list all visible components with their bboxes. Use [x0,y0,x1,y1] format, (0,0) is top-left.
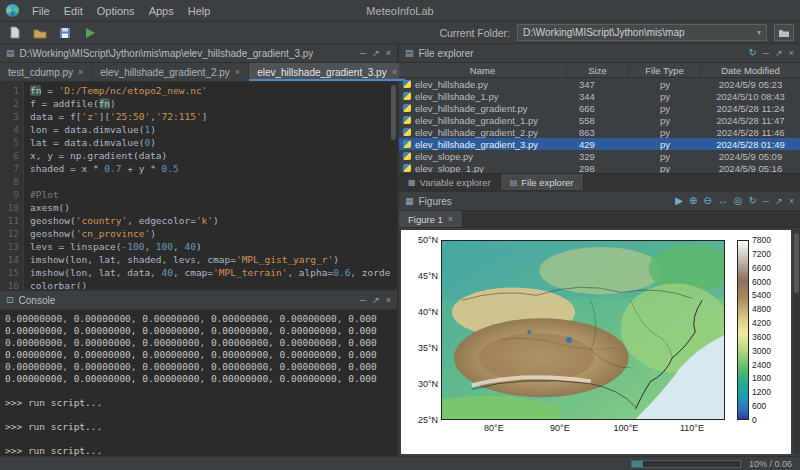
figure-canvas[interactable]: 80°E90°E100°E110°E50°N45°N40°N35°N30°N25… [399,228,800,456]
float-icon[interactable]: ↗ [372,296,380,305]
table-row[interactable]: elev_slope_1.py298py2024/5/9 05:16 [399,162,800,173]
file-size: 347 [567,79,629,90]
memory-progress-fill [632,461,643,467]
file-type: py [629,115,701,126]
new-file-icon[interactable] [6,24,24,42]
minimize-icon[interactable]: ─ [360,49,366,58]
console-line [5,409,387,421]
close-icon[interactable]: × [789,197,794,206]
variable-tab-icon: ▦ [408,178,416,187]
file-name: elev_hillshade_gradient_1.py [415,115,538,126]
current-folder-combobox[interactable]: D:\Working\MIScript\Jython\mis\map ▾ [517,24,767,41]
refresh-icon[interactable]: ↻ [748,196,756,206]
line-number-gutter: 12345678910111213141516 [0,82,24,289]
memory-progress [631,460,741,468]
current-folder-value: D:\Working\MIScript\Jython\mis\map [523,27,685,38]
file-name: elev_slope.py [415,151,473,162]
main-toolbar: Current Folder: D:\Working\MIScript\Jyth… [0,22,800,44]
colorbar-tick-label: 600 [752,401,766,411]
file-date-modified: 2024/5/28 11:47 [701,115,800,126]
close-icon[interactable]: × [789,49,794,58]
column-header[interactable]: File Type [629,63,701,77]
tab-close-icon[interactable]: × [392,67,397,77]
menu-options[interactable]: Options [90,3,142,19]
python-file-icon [403,140,411,148]
table-row[interactable]: elev_hillshade_1.py344py2024/5/10 08:43 [399,90,800,102]
editor-scrollbar[interactable] [390,82,397,289]
browse-folder-button[interactable] [774,24,794,41]
column-header[interactable]: Size [567,63,629,77]
table-row[interactable]: elev_hillshade_gradient_2.py863py2024/5/… [399,126,800,138]
colorbar-tick-label: 6600 [752,263,771,273]
select-tool-icon[interactable]: ▶ [675,196,683,206]
bottom-tab-label: Variable explorer [420,177,491,188]
zoom-in-icon[interactable]: ⊕ [689,196,697,206]
close-icon[interactable]: × [386,296,391,305]
figure-tab[interactable]: Figure 1 × [399,211,463,227]
close-icon[interactable]: × [386,49,391,58]
chevron-down-icon[interactable]: ▾ [757,28,761,37]
refresh-icon[interactable]: ↻ [748,48,756,58]
float-icon[interactable]: ↗ [372,49,380,58]
editor-tab[interactable]: elev_hillshade_gradient_3.py× [249,63,406,81]
column-header[interactable]: Name [399,63,567,77]
colorbar-tick-label: 6000 [752,277,771,287]
file-name: elev_hillshade_gradient_3.py [415,139,538,150]
menu-help[interactable]: Help [181,3,218,19]
file-date-modified: 2024/5/9 05:23 [701,79,800,90]
file-size: 329 [567,151,629,162]
file-date-modified: 2024/5/10 08:43 [701,91,800,102]
editor-tab[interactable]: test_cdump.py× [0,63,92,81]
colorbar-tick-label: 7800 [752,235,771,245]
open-folder-icon[interactable] [31,24,49,42]
tab-variable-explorer[interactable]: ▦Variable explorer [399,174,501,190]
editor-tab[interactable]: elev_hillshade_gradient_2.py× [92,63,249,81]
map-plot[interactable] [441,240,725,420]
column-header[interactable]: Date Modified [701,63,800,77]
minimize-icon[interactable]: ─ [763,197,769,206]
menu-apps[interactable]: Apps [142,3,181,19]
console-panel-controls: ─↗× [360,296,391,305]
status-bar: 10% / 0.06 [0,456,800,470]
file-type: py [629,91,701,102]
zoom-out-icon[interactable]: ⊖ [703,196,711,206]
full-extent-icon[interactable]: ◎ [734,196,743,206]
run-script-icon[interactable] [81,24,99,42]
table-row[interactable]: elev_hillshade_gradient.py666py2024/5/28… [399,102,800,114]
file-date-modified: 2024/5/9 05:16 [701,163,800,174]
console-line: 0.00000000, 0.00000000, 0.00000000, 0.00… [5,313,387,325]
tab-close-icon[interactable]: × [78,67,83,77]
y-tick-label: 35°N [407,343,438,353]
table-row[interactable]: elev_slope.py329py2024/5/9 05:09 [399,150,800,162]
tab-close-icon[interactable]: × [235,67,240,77]
float-icon[interactable]: ↗ [775,197,783,206]
save-icon[interactable] [56,24,74,42]
colorbar-tick-label: 4200 [752,318,771,328]
code-editor[interactable]: 12345678910111213141516 fn = 'D:/Temp/nc… [0,82,397,289]
file-size: 666 [567,103,629,114]
table-row[interactable]: elev_hillshade_gradient_1.py558py2024/5/… [399,114,800,126]
code-lines[interactable]: fn = 'D:/Temp/nc/etopo2_new.nc'f = addfi… [24,82,397,289]
figures-scrollbar[interactable] [793,230,800,454]
console-line: 0.00000000, 0.00000000, 0.00000000, 0.00… [5,349,387,361]
tab-close-icon[interactable]: × [448,214,453,224]
menu-edit[interactable]: Edit [57,3,90,19]
table-row[interactable]: elev_hillshade.py347py2024/5/9 05:23 [399,78,800,90]
minimize-icon[interactable]: ─ [763,49,769,58]
china-terrain-map [442,241,724,419]
file-size: 558 [567,115,629,126]
code-line: shaded = x * 0.7 + y * 0.5 [30,162,397,175]
minimize-icon[interactable]: ─ [360,296,366,305]
code-line: lon = data.dimvalue(1) [30,123,397,136]
table-row[interactable]: elev_hillshade_gradient_3.py429py2024/5/… [399,138,800,150]
tab-file-explorer[interactable]: ▤File explorer [501,174,584,190]
console-output[interactable]: 0.00000000, 0.00000000, 0.00000000, 0.00… [0,310,397,456]
file-size: 344 [567,91,629,102]
file-tab-icon: ▤ [510,178,518,187]
colorbar-tick-label: 7200 [752,249,771,259]
float-icon[interactable]: ↗ [775,49,783,58]
menu-file[interactable]: File [25,3,57,19]
pan-icon[interactable]: ↔ [718,196,728,206]
colorbar-tick-label: 3600 [752,332,771,342]
console-line: 0.00000000, 0.00000000, 0.00000000, 0.00… [5,337,387,349]
